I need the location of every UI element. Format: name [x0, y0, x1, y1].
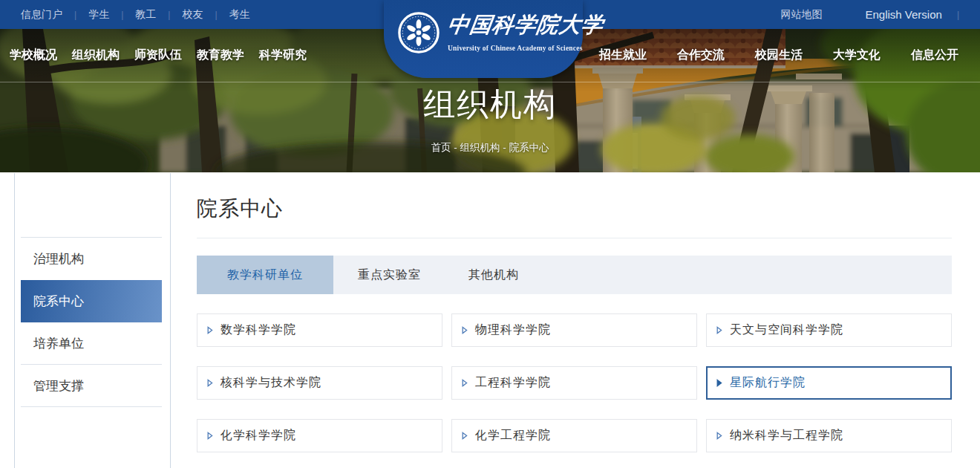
nav-item-info-disclosure[interactable]: 信息公开 — [911, 48, 958, 63]
nav-item-organization[interactable]: 组织机构 — [72, 48, 120, 63]
logo-text: 中国科学院大学 University of Chinese Academy of… — [448, 10, 574, 52]
separator: | — [121, 10, 123, 20]
department-card[interactable]: 化学科学学院 — [197, 419, 442, 452]
nav-item-education[interactable]: 教育教学 — [197, 48, 244, 63]
university-name-en: University of Chinese Academy of Science… — [448, 45, 574, 52]
tab-bar: 教学科研单位 重点实验室 其他机构 — [197, 256, 952, 294]
triangle-bullet-icon — [207, 432, 213, 440]
separator: | — [168, 10, 170, 20]
sidebar-separator — [170, 173, 171, 468]
triangle-bullet-icon — [207, 379, 213, 387]
topbar-link-alumni[interactable]: 校友 — [182, 8, 203, 22]
topbar-link-faculty[interactable]: 教工 — [135, 8, 156, 22]
topbar-link-students[interactable]: 学生 — [88, 8, 109, 22]
nav-item-campus-life[interactable]: 校园生活 — [755, 48, 803, 63]
sidebar-item-governance[interactable]: 治理机构 — [21, 238, 162, 280]
sidebar-menu: 治理机构 院系中心 培养单位 管理支撑 — [21, 237, 162, 407]
page-title: 组织机构 — [0, 83, 980, 126]
triangle-bullet-icon — [716, 379, 722, 387]
section-title: 院系中心 — [197, 172, 952, 222]
topbar-link-applicants[interactable]: 考生 — [229, 8, 250, 22]
sidebar-item-admin-support[interactable]: 管理支撑 — [21, 365, 162, 407]
nav-item-school-overview[interactable]: 学校概况 — [10, 48, 57, 63]
department-card[interactable]: 工程科学学院 — [451, 366, 697, 400]
ucas-seal-icon — [397, 11, 440, 54]
university-logo[interactable]: 中国科学院大学 University of Chinese Academy of… — [384, 0, 583, 78]
separator: | — [957, 10, 959, 20]
department-grid: 数学科学学院 物理科学学院 天文与空间科学学院 核科学与技术学院 工程科学学院 … — [197, 313, 952, 452]
department-card[interactable]: 数学科学学院 — [197, 313, 442, 347]
tab-key-laboratories[interactable]: 重点实验室 — [335, 256, 444, 294]
sidebar-item-departments[interactable]: 院系中心 — [21, 280, 162, 322]
department-card-selected[interactable]: 星际航行学院 — [706, 366, 952, 400]
separator: | — [74, 10, 76, 20]
tab-other-institutions[interactable]: 其他机构 — [445, 256, 542, 294]
triangle-bullet-icon — [207, 326, 213, 334]
breadcrumb[interactable]: 首页 - 组织机构 - 院系中心 — [0, 141, 980, 155]
nav-item-culture[interactable]: 大学文化 — [833, 48, 881, 63]
department-card[interactable]: 核科学与技术学院 — [197, 366, 442, 400]
nav-item-faculty[interactable]: 师资队伍 — [134, 48, 182, 63]
left-rule — [14, 173, 15, 468]
nav-item-cooperation[interactable]: 合作交流 — [677, 48, 725, 63]
sitemap-link[interactable]: 网站地图 — [780, 8, 822, 22]
triangle-bullet-icon — [462, 432, 468, 440]
triangle-bullet-icon — [716, 432, 722, 440]
topbar-link-portal[interactable]: 信息门户 — [21, 8, 62, 22]
tab-teaching-research-units[interactable]: 教学科研单位 — [197, 256, 333, 294]
page-header: 信息门户 | 学生 | 教工 | 校友 | 考生 网站地图 English Ve… — [0, 0, 980, 172]
sidebar-item-training-units[interactable]: 培养单位 — [21, 322, 162, 365]
main-panel: 院系中心 教学科研单位 重点实验室 其他机构 数学科学学院 物理科学学院 天文与… — [197, 172, 952, 452]
divider — [197, 238, 952, 238]
triangle-bullet-icon — [462, 326, 468, 334]
department-card[interactable]: 天文与空间科学学院 — [706, 313, 952, 347]
separator: | — [215, 10, 217, 20]
triangle-bullet-icon — [462, 379, 468, 387]
english-version-link[interactable]: English Version — [865, 8, 941, 21]
nav-item-admissions[interactable]: 招生就业 — [599, 48, 647, 63]
department-card[interactable]: 化学工程学院 — [451, 419, 697, 452]
triangle-bullet-icon — [716, 326, 722, 334]
nav-item-research[interactable]: 科学研究 — [259, 48, 307, 63]
content-area: 治理机构 院系中心 培养单位 管理支撑 院系中心 教学科研单位 重点实验室 其他… — [0, 172, 980, 468]
university-name-cn: 中国科学院大学 — [445, 10, 576, 40]
department-card[interactable]: 物理科学学院 — [451, 313, 697, 347]
department-card[interactable]: 纳米科学与工程学院 — [706, 419, 952, 452]
